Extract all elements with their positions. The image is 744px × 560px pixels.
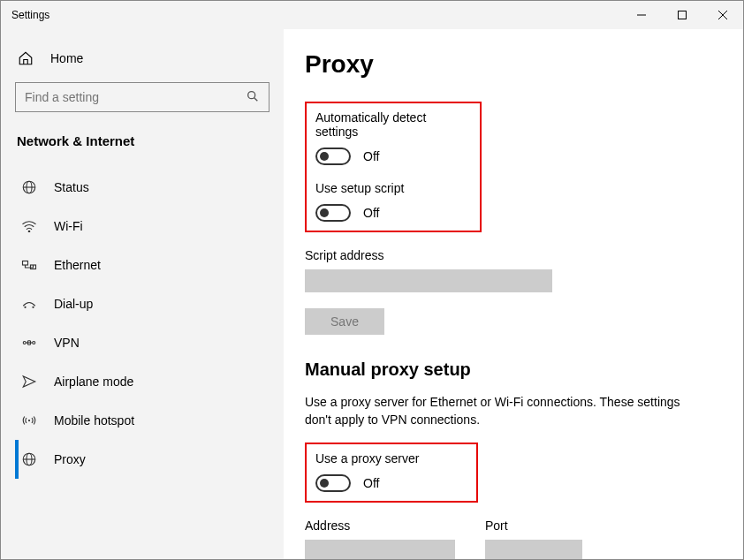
airplane-icon [20, 374, 38, 390]
hotspot-icon [20, 413, 38, 428]
toggle-knob [320, 152, 329, 161]
toggle-knob [320, 208, 329, 217]
script-address-input [305, 269, 552, 292]
page-title: Proxy [305, 50, 722, 79]
status-icon [20, 179, 38, 195]
svg-rect-10 [23, 261, 28, 266]
port-input [485, 540, 582, 559]
nav-item-label: VPN [54, 336, 80, 350]
nav-item-label: Proxy [54, 452, 86, 466]
titlebar: Settings [1, 1, 743, 29]
setting-use-proxy: Use a proxy server Off [315, 451, 467, 492]
port-label: Port [485, 518, 582, 533]
address-label: Address [305, 518, 455, 533]
svg-line-5 [254, 97, 258, 101]
maximize-icon [678, 11, 687, 19]
svg-point-12 [24, 306, 26, 308]
auto-detect-status: Off [363, 149, 379, 163]
ethernet-icon [20, 259, 38, 271]
address-col: Address [305, 515, 455, 559]
nav-item-dialup[interactable]: Dial-up [15, 284, 270, 323]
use-proxy-label: Use a proxy server [315, 451, 467, 465]
nav-item-status[interactable]: Status [15, 168, 270, 207]
search-icon [246, 89, 260, 106]
use-proxy-status: Off [363, 476, 379, 490]
setup-script-label: Use setup script [315, 181, 471, 195]
nav-item-label: Status [54, 180, 89, 194]
manual-section-desc: Use a proxy server for Ethernet or Wi-Fi… [305, 394, 694, 428]
svg-rect-1 [679, 11, 687, 19]
toggle-knob [320, 479, 329, 488]
main-content: Proxy Automatically detect settings Off … [284, 29, 743, 559]
nav-item-label: Ethernet [54, 258, 101, 272]
nav-item-label: Dial-up [54, 297, 93, 311]
home-icon [17, 50, 34, 66]
highlight-manual-section: Use a proxy server Off [305, 443, 478, 503]
auto-detect-label: Automatically detect settings [315, 110, 471, 139]
settings-window: Settings Home [0, 0, 744, 560]
sidebar-category: Network & Internet [15, 133, 270, 148]
vpn-icon [20, 337, 38, 349]
script-address-label: Script address [305, 248, 722, 262]
auto-detect-toggle-row: Off [315, 148, 471, 165]
nav-list: Status Wi-Fi Ethernet [15, 168, 270, 479]
nav-item-hotspot[interactable]: Mobile hotspot [15, 401, 270, 440]
close-icon [718, 11, 727, 19]
use-proxy-toggle[interactable] [315, 474, 351, 492]
address-port-row: Address Port [305, 515, 722, 559]
close-button[interactable] [702, 1, 743, 29]
window-controls [621, 1, 743, 29]
svg-point-18 [28, 420, 30, 421]
window-title: Settings [11, 9, 49, 21]
nav-item-label: Wi-Fi [54, 219, 83, 233]
nav-item-label: Mobile hotspot [54, 413, 134, 428]
search-input[interactable] [25, 90, 246, 104]
nav-item-wifi[interactable]: Wi-Fi [15, 207, 270, 246]
svg-point-14 [23, 342, 26, 344]
setting-auto-detect: Automatically detect settings Off [315, 110, 471, 165]
nav-item-ethernet[interactable]: Ethernet [15, 246, 270, 284]
manual-section-title: Manual proxy setup [305, 359, 722, 380]
highlight-auto-section: Automatically detect settings Off Use se… [305, 102, 482, 232]
dialup-icon [20, 298, 38, 310]
minimize-icon [637, 11, 646, 19]
maximize-button[interactable] [662, 1, 702, 29]
setup-script-toggle[interactable] [315, 204, 351, 222]
window-body: Home Network & Internet Status [1, 29, 743, 559]
address-input [305, 540, 455, 559]
use-proxy-toggle-row: Off [315, 474, 467, 492]
auto-detect-toggle[interactable] [315, 148, 351, 165]
svg-point-4 [248, 91, 255, 98]
svg-point-15 [33, 342, 35, 344]
nav-item-proxy[interactable]: Proxy [15, 440, 270, 479]
svg-point-13 [32, 306, 34, 308]
setting-setup-script: Use setup script Off [315, 181, 471, 222]
port-col: Port [485, 515, 582, 559]
nav-item-vpn[interactable]: VPN [15, 323, 270, 362]
sidebar: Home Network & Internet Status [1, 29, 284, 559]
nav-home-label: Home [50, 51, 83, 65]
search-box[interactable] [15, 82, 270, 112]
save-button: Save [305, 308, 384, 335]
svg-point-9 [28, 231, 30, 232]
nav-home[interactable]: Home [15, 45, 270, 82]
minimize-button[interactable] [621, 1, 662, 29]
setup-script-status: Off [363, 206, 379, 220]
setup-script-toggle-row: Off [315, 204, 471, 222]
proxy-icon [20, 451, 38, 467]
nav-item-label: Airplane mode [54, 375, 133, 389]
nav-item-airplane[interactable]: Airplane mode [15, 362, 270, 401]
wifi-icon [20, 220, 38, 232]
